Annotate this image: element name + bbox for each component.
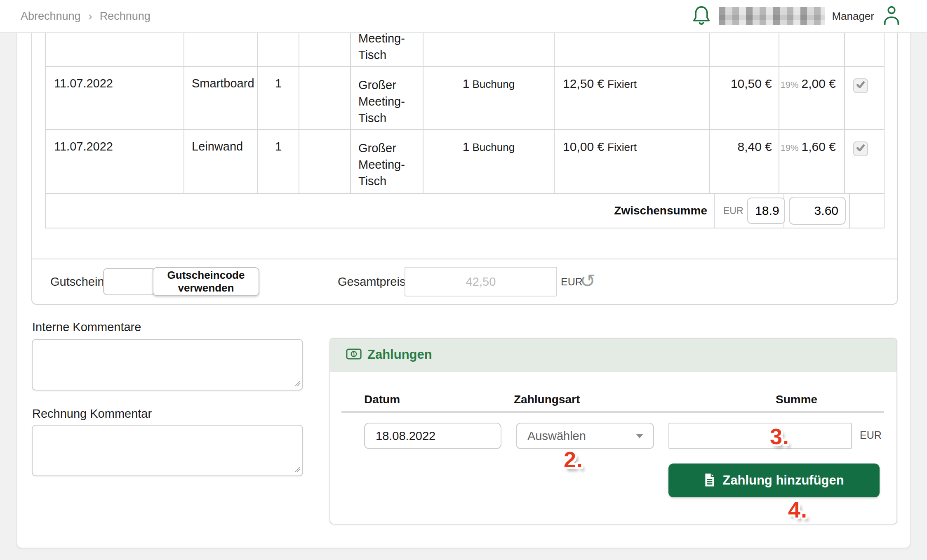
add-payment-button[interactable]: Zahlung hinzufügen	[668, 464, 880, 497]
subtotal-vat-input[interactable]	[789, 197, 846, 225]
bell-icon	[692, 5, 711, 27]
cell-price: 10,00 €Fixiert	[555, 130, 710, 193]
subtotal-empty-cell	[850, 194, 881, 228]
check-icon	[855, 142, 866, 156]
table-row: 11.07.2022 Smartboard 1 Großer Meeting- …	[46, 67, 884, 130]
cell-checkbox	[845, 130, 876, 193]
invoice-table: Großer Meeting- Tisch 11.07.2022 Sma	[45, 33, 885, 228]
cell-empty	[299, 33, 351, 66]
total-price-label: Gesamtpreis	[338, 275, 405, 289]
cell-booking: 1Buchung	[424, 130, 555, 193]
total-price-input	[405, 267, 557, 296]
invoice-comment-label: Rechnung Kommentar	[32, 407, 152, 421]
payment-sum-input[interactable]	[668, 423, 852, 449]
user-menu-button[interactable]	[881, 5, 902, 28]
invoice-comment-wrap	[32, 425, 303, 476]
column-header-sum: Summe	[776, 393, 817, 406]
topbar-right: Manager	[691, 5, 902, 28]
column-header-type: Zahlungsart	[514, 393, 580, 406]
cell-quantity: 1	[258, 130, 299, 193]
cell-empty	[299, 67, 351, 129]
cell-room: Großer Meeting- Tisch	[351, 33, 424, 66]
invoice-card: Großer Meeting- Tisch 11.07.2022 Sma	[16, 33, 911, 548]
cell-price	[555, 33, 710, 66]
cell-checkbox	[845, 67, 876, 129]
subtotal-label: Zwischensumme	[46, 194, 715, 228]
caret-down-icon	[636, 434, 643, 438]
notifications-button[interactable]	[691, 5, 712, 28]
table-row: 11.07.2022 Leinwand 1 Großer Meeting- Ti…	[46, 130, 884, 194]
step-annotation-2: 2.	[564, 447, 583, 472]
cell-date	[46, 33, 184, 66]
page: Abrechnung › Rechnung Manager	[0, 0, 927, 560]
cell-room: Großer Meeting- Tisch	[351, 130, 424, 193]
voucher-label: Gutschein	[50, 275, 104, 289]
cell-booking	[424, 33, 555, 66]
topbar: Abrechnung › Rechnung Manager	[0, 0, 927, 33]
document-icon	[704, 473, 715, 488]
cell-price: 12,50 €Fixiert	[555, 67, 710, 129]
voucher-code-input[interactable]	[103, 268, 153, 295]
cell-item: Smartboard	[184, 67, 258, 129]
subtotal-net-cell: EUR	[715, 194, 784, 228]
user-name-redacted	[719, 7, 825, 25]
user-icon	[882, 5, 901, 27]
internal-comments-label: Interne Kommentare	[32, 320, 141, 334]
step-annotation-3: 3.	[770, 424, 789, 449]
resize-handle-icon[interactable]	[295, 466, 301, 474]
main-content: Großer Meeting- Tisch 11.07.2022 Sma	[0, 33, 927, 560]
cell-net: 8,40 €	[710, 130, 779, 193]
cell-quantity: 1	[258, 67, 299, 129]
resize-handle-icon[interactable]	[295, 381, 301, 388]
voucher-section: Gutschein Gutscheincode verwenden Gesamt…	[32, 259, 897, 304]
internal-comments-wrap	[32, 339, 303, 391]
breadcrumb: Abrechnung › Rechnung	[21, 10, 151, 23]
cell-checkbox	[845, 33, 876, 66]
subtotal-currency-label: EUR	[723, 205, 743, 216]
user-role-label: Manager	[832, 10, 874, 23]
invoice-comment-textarea[interactable]	[32, 425, 303, 476]
subtotal-row: Zwischensumme EUR	[46, 194, 884, 228]
step-annotation-4: 4.	[788, 497, 807, 522]
internal-comments-textarea[interactable]	[32, 339, 303, 391]
payment-currency-label: EUR	[860, 429, 882, 441]
add-payment-label: Zahlung hinzufügen	[722, 473, 844, 488]
row-checkbox[interactable]	[853, 141, 868, 156]
column-header-date: Datum	[364, 393, 400, 406]
cell-empty	[299, 130, 351, 193]
payments-divider	[341, 411, 884, 413]
cell-booking: 1Buchung	[424, 67, 555, 129]
row-checkbox[interactable]	[853, 78, 868, 93]
payments-title: Zahlungen	[367, 347, 432, 362]
cell-vat: 19%2,00 €	[779, 67, 845, 129]
payment-type-select[interactable]: Auswählen	[516, 423, 654, 449]
subtotal-net-input[interactable]	[747, 198, 785, 224]
cell-vat	[779, 33, 845, 66]
table-row: Großer Meeting- Tisch	[46, 33, 884, 67]
cell-item: Leinwand	[184, 130, 258, 193]
payment-date-input[interactable]	[364, 423, 501, 449]
payments-panel: 1 Zahlungen Datum Zahlungsart Summe Ausw…	[329, 338, 897, 525]
payments-header: 1 Zahlungen	[330, 339, 896, 372]
payment-type-value: Auswählen	[527, 429, 636, 443]
check-icon	[855, 79, 866, 93]
invoice-table-wrapper: Großer Meeting- Tisch 11.07.2022 Sma	[31, 33, 898, 305]
cell-net: 10,50 €	[710, 67, 779, 129]
total-currency-label: EUR	[561, 276, 583, 288]
apply-voucher-button[interactable]: Gutscheincode verwenden	[153, 267, 259, 296]
breadcrumb-separator: ›	[88, 10, 92, 22]
cell-date: 11.07.2022	[46, 67, 184, 129]
cell-item	[184, 33, 258, 66]
breadcrumb-item-rechnung[interactable]: Rechnung	[100, 10, 151, 23]
svg-text:1: 1	[353, 351, 355, 356]
cell-vat: 19%1,60 €	[779, 130, 845, 193]
breadcrumb-item-abrechnung[interactable]: Abrechnung	[21, 10, 81, 23]
subtotal-vat-cell	[784, 194, 850, 228]
cell-quantity	[258, 33, 299, 66]
cell-date: 11.07.2022	[46, 130, 184, 193]
reset-total-icon[interactable]: ↺	[580, 271, 596, 290]
cell-room: Großer Meeting- Tisch	[351, 67, 424, 129]
banknote-icon: 1	[346, 348, 362, 361]
cell-net	[710, 33, 779, 66]
